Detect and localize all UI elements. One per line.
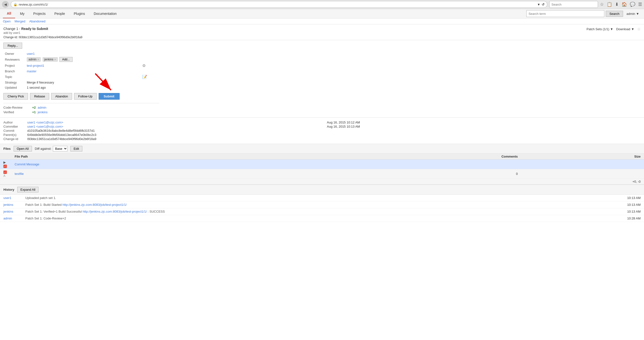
- author-label: Author: [4, 120, 25, 124]
- history-user-0[interactable]: user1: [4, 196, 12, 200]
- nav-item-people[interactable]: People: [50, 9, 69, 18]
- verified-vote-row: Verified +1 jenkins: [4, 110, 159, 114]
- history-msg-2: Patch Set 1: Verified+1 Build Successful…: [22, 208, 620, 215]
- sub-nav-open[interactable]: Open: [3, 20, 11, 23]
- back-button[interactable]: ◀: [2, 1, 9, 8]
- chat-icon[interactable]: 💬: [630, 2, 635, 7]
- verified-label: Verified: [4, 110, 30, 114]
- author-row: Author user1 <user1@vzjc.com>: [4, 120, 317, 124]
- change-number: Change 1: [4, 27, 18, 31]
- owner-value[interactable]: user1: [27, 52, 35, 56]
- download-button[interactable]: Download ▼: [616, 27, 634, 31]
- change-id-label: Change-Id: [4, 137, 25, 141]
- star-icon[interactable]: ☆: [637, 27, 640, 32]
- bookmarks-icon[interactable]: 📋: [607, 2, 612, 7]
- diff-base-select[interactable]: Base: [53, 146, 68, 152]
- project-value[interactable]: test-project1: [27, 64, 44, 68]
- nav-search-input[interactable]: [526, 10, 604, 17]
- file-size-0: [521, 160, 644, 169]
- history-msg-0: Uploaded patch set 1.: [22, 194, 620, 202]
- admin-menu[interactable]: admin ▼: [624, 12, 641, 16]
- follow-up-button[interactable]: Follow-Up: [74, 93, 97, 100]
- jenkins-link-1[interactable]: http://jenkins.zjc.com:8083/job/test-pro…: [62, 203, 127, 206]
- file-path-testfile[interactable]: testfile: [14, 172, 24, 176]
- change-id-row: Change-Id I93bbc13651ca1d3d574bbce940f96…: [4, 137, 317, 141]
- nav-search-button[interactable]: Search: [606, 11, 623, 17]
- verified-user[interactable]: jenkins: [38, 110, 48, 114]
- cherry-pick-button[interactable]: Cherry Pick: [4, 93, 28, 100]
- jenkins-link-2[interactable]: http://jenkins.zjc.com:8083/job/test-pro…: [82, 210, 147, 213]
- remove-jenkins-button[interactable]: ×: [54, 58, 56, 61]
- branch-value[interactable]: master: [27, 70, 36, 73]
- history-msg-3: Patch Set 1: Code-Review+2: [22, 215, 620, 222]
- history-section-title: History: [4, 188, 14, 192]
- nav-item-projects[interactable]: Projects: [30, 9, 50, 18]
- author-value[interactable]: user1 <user1@vzjc.com>: [27, 120, 63, 124]
- files-table-body: ▶ ✓ Commit Message ✓ A testfile 0: [0, 160, 644, 179]
- file-expand-cell: ▶ ✓: [0, 160, 11, 169]
- file-comments-1: 0: [305, 169, 521, 179]
- files-table-head: File Path Comments Size: [0, 154, 644, 160]
- history-header: History Expand All: [0, 184, 644, 194]
- open-all-button[interactable]: Open All: [14, 146, 32, 152]
- rebase-button[interactable]: Rebase: [30, 93, 49, 100]
- nav-item-my[interactable]: My: [16, 9, 28, 18]
- history-time-3: 10:28 AM: [620, 215, 644, 222]
- file-size-1: [521, 169, 644, 179]
- file-action-label: A: [4, 174, 5, 178]
- project-label: Project: [4, 62, 25, 69]
- add-reviewer-button[interactable]: Add...: [60, 57, 72, 62]
- reviewer-admin: admin ×: [27, 57, 41, 62]
- patch-sets-button[interactable]: Patch Sets (1/1) ▼: [586, 27, 613, 31]
- nav-item-plugins[interactable]: Plugins: [70, 9, 89, 18]
- files-header: Files Open All Diff against: Base Edit: [0, 144, 644, 154]
- change-id: Change-Id: I93bbc13651ca1d3d574bbce940f9…: [4, 36, 82, 39]
- browser-search-input[interactable]: [549, 1, 598, 8]
- nav-item-documentation[interactable]: Documentation: [90, 9, 120, 18]
- url-text: review.zjc.com/#/c/1/: [19, 3, 536, 6]
- committer-label: Committer: [4, 125, 25, 128]
- project-settings-icon[interactable]: ⚙: [142, 64, 146, 68]
- expand-icon[interactable]: ▶: [4, 160, 6, 164]
- history-time-2: 10:13 AM: [620, 208, 644, 215]
- history-section: History Expand All user1 Uploaded patch …: [0, 184, 644, 222]
- submit-button[interactable]: Submit: [99, 93, 120, 100]
- committer-value[interactable]: user1 <user1@vzjc.com>: [27, 125, 63, 128]
- edit-button[interactable]: Edit: [70, 146, 82, 152]
- sub-nav-merged[interactable]: Merged: [14, 20, 25, 23]
- col-size: Size: [521, 154, 644, 160]
- file-comments-0: [305, 160, 521, 169]
- expand-all-button[interactable]: Expand All: [17, 187, 38, 192]
- history-msg-1: Patch Set 1: Build Started http://jenkin…: [22, 202, 620, 208]
- author-date-row: Aug 16, 2015 10:12 AM: [327, 120, 640, 124]
- history-user-3[interactable]: admin: [4, 216, 12, 220]
- sub-nav-abandoned[interactable]: Abandoned: [29, 20, 46, 23]
- change-id-value: I93bbc13651ca1d3d574bbce940f96d0e2b6f18a…: [27, 137, 96, 141]
- home-icon[interactable]: 🏠: [622, 2, 627, 7]
- nav-item-all[interactable]: All: [3, 9, 15, 18]
- history-user-1[interactable]: jenkins: [4, 203, 13, 206]
- remove-admin-button[interactable]: ×: [38, 58, 39, 61]
- file-expand-cell-1: ✓ A: [0, 169, 11, 179]
- table-row[interactable]: ▶ ✓ Commit Message: [0, 160, 644, 169]
- files-section-title: Files: [4, 147, 11, 150]
- diff-against-area: Diff against: Base: [35, 146, 68, 152]
- abandon-button[interactable]: Abandon: [51, 93, 72, 100]
- reviewer-jenkins-name: jenkins: [44, 58, 53, 61]
- verified-value: +1: [32, 110, 36, 114]
- file-path-commit-message[interactable]: Commit Message: [14, 162, 39, 166]
- committer-date: Aug 16, 2015 10:13 AM: [327, 125, 360, 128]
- reviewer-admin-name: admin: [28, 58, 36, 61]
- vote-section: Code-Review +2 admin Verified +1 jenkins: [4, 103, 159, 114]
- table-row[interactable]: ✓ A testfile 0: [0, 169, 644, 179]
- reply-button[interactable]: Reply...: [4, 42, 22, 49]
- refresh-button[interactable]: ↺: [542, 2, 544, 6]
- code-review-user[interactable]: admin: [38, 106, 46, 109]
- history-user-2[interactable]: jenkins: [4, 210, 13, 213]
- topic-edit-icon[interactable]: 📝: [142, 75, 147, 79]
- download-icon[interactable]: ⬇: [615, 2, 619, 7]
- commit-label: Commit: [4, 129, 25, 132]
- menu-icon[interactable]: ☰: [638, 2, 642, 7]
- bookmark-icon[interactable]: ☆: [600, 2, 604, 7]
- history-table: user1 Uploaded patch set 1. 10:13 AM jen…: [0, 194, 644, 222]
